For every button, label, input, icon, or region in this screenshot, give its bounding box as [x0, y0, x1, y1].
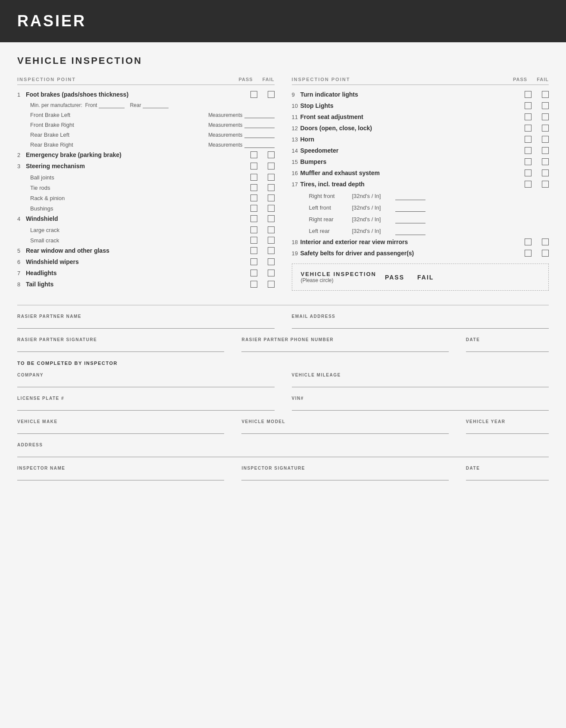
item-4-number: 4: [17, 216, 26, 222]
item-14-checkboxes: [525, 147, 549, 154]
front-brake-right-row: Front Brake Right Measurements: [30, 122, 275, 128]
item-13-pass-checkbox[interactable]: [525, 136, 532, 143]
item-6-checkboxes: [250, 258, 275, 265]
item-11-fail-checkbox[interactable]: [542, 113, 549, 120]
right-fail-label: FAIL: [537, 77, 549, 82]
item-13-label: Horn: [300, 136, 522, 143]
item-8-checkboxes: [250, 281, 275, 288]
item-2-fail-checkbox[interactable]: [268, 151, 275, 158]
item-2-emergency-brake: 2 Emergency brake (parking brake): [17, 151, 275, 158]
item-12-doors: 12 Doors (open, close, lock): [292, 125, 549, 132]
summary-fail-label[interactable]: FAIL: [417, 274, 434, 281]
item-19-number: 19: [292, 250, 300, 257]
item-10-pass-checkbox[interactable]: [525, 102, 532, 109]
item-13-fail-checkbox[interactable]: [542, 136, 549, 143]
large-crack-checkboxes: [250, 226, 275, 233]
ball-joints-fail[interactable]: [268, 174, 275, 181]
vin-field: VIN#: [292, 396, 549, 411]
bushings-fail[interactable]: [268, 205, 275, 212]
item-2-number: 2: [17, 152, 26, 158]
item-5-rear-window: 5 Rear window and other glass: [17, 247, 275, 254]
item-12-label: Doors (open, close, lock): [300, 125, 522, 132]
item-12-pass-checkbox[interactable]: [525, 125, 532, 132]
item-1-fail-checkbox[interactable]: [268, 91, 275, 98]
company-field: COMPANY: [17, 373, 275, 387]
item-19-seatbelts: 19 Safety belts for driver and passenger…: [292, 250, 549, 257]
item-10-fail-checkbox[interactable]: [542, 102, 549, 109]
ball-joints-checkboxes: [250, 174, 275, 181]
item-15-pass-checkbox[interactable]: [525, 158, 532, 165]
small-crack-checkboxes: [250, 237, 275, 244]
item-19-pass-checkbox[interactable]: [525, 250, 532, 257]
form-row-1: RASIER PARTNER NAME EMAIL ADDRESS: [17, 314, 549, 329]
item-2-pass-checkbox[interactable]: [250, 151, 257, 158]
ball-joints-pass[interactable]: [250, 174, 257, 181]
inspector-sig-field: INSPECTOR SIGNATURE: [241, 466, 448, 480]
summary-pass-label[interactable]: PASS: [385, 274, 404, 281]
item-9-label: Turn indicator lights: [300, 91, 522, 98]
email-label: EMAIL ADDRESS: [292, 314, 549, 319]
item-9-fail-checkbox[interactable]: [542, 91, 549, 98]
item-9-pass-checkbox[interactable]: [525, 91, 532, 98]
item-14-pass-checkbox[interactable]: [525, 147, 532, 154]
rear-brake-left-row: Rear Brake Left Measurements: [30, 132, 275, 138]
tie-rods-fail[interactable]: [268, 184, 275, 191]
small-crack-fail[interactable]: [268, 237, 275, 244]
partner-name-field: RASIER PARTNER NAME: [17, 314, 275, 329]
bushings-pass[interactable]: [250, 205, 257, 212]
item-6-pass-checkbox[interactable]: [250, 258, 257, 265]
item-6-fail-checkbox[interactable]: [268, 258, 275, 265]
item-5-pass-checkbox[interactable]: [250, 247, 257, 254]
small-crack-row: Small crack: [30, 237, 275, 244]
form-row-4: LICENSE PLATE # VIN#: [17, 396, 549, 411]
item-16-label: Muffler and exhaust system: [300, 169, 522, 176]
item-18-pass-checkbox[interactable]: [525, 238, 532, 245]
item-8-fail-checkbox[interactable]: [268, 281, 275, 288]
inspector-note: TO BE COMPLETED BY INSPECTOR: [17, 361, 549, 366]
item-9-number: 9: [292, 91, 300, 98]
item-4-pass-checkbox[interactable]: [250, 215, 257, 222]
partner-name-label: RASIER PARTNER NAME: [17, 314, 275, 319]
item-8-pass-checkbox[interactable]: [250, 281, 257, 288]
item-12-fail-checkbox[interactable]: [542, 125, 549, 132]
item-15-fail-checkbox[interactable]: [542, 158, 549, 165]
small-crack-pass[interactable]: [250, 237, 257, 244]
item-4-fail-checkbox[interactable]: [268, 215, 275, 222]
item-17-fail-checkbox[interactable]: [542, 181, 549, 188]
item-8-label: Tail lights: [26, 281, 247, 288]
date-field-1: DATE: [466, 337, 549, 352]
item-3-pass-checkbox[interactable]: [250, 163, 257, 169]
item-1-pass-checkbox[interactable]: [250, 91, 257, 98]
email-field: EMAIL ADDRESS: [292, 314, 549, 329]
item-7-fail-checkbox[interactable]: [268, 270, 275, 276]
item-4-windshield: 4 Windshield: [17, 215, 275, 222]
item-3-checkboxes: [250, 163, 275, 169]
large-crack-pass[interactable]: [250, 226, 257, 233]
item-17-pass-checkbox[interactable]: [525, 181, 532, 188]
item-15-number: 15: [292, 159, 300, 165]
item-1-label: Foot brakes (pads/shoes thickness): [26, 91, 247, 98]
item-19-fail-checkbox[interactable]: [542, 250, 549, 257]
item-11-pass-checkbox[interactable]: [525, 113, 532, 120]
item-7-pass-checkbox[interactable]: [250, 270, 257, 276]
item-11-label: Front seat adjustment: [300, 113, 522, 120]
item-3-fail-checkbox[interactable]: [268, 163, 275, 169]
company-label: COMPANY: [17, 373, 275, 377]
rack-pinion-pass[interactable]: [250, 195, 257, 201]
tie-rods-pass[interactable]: [250, 184, 257, 191]
item-18-mirrors: 18 Interior and exterior rear view mirro…: [292, 238, 549, 245]
item-5-fail-checkbox[interactable]: [268, 247, 275, 254]
make-label: VEHICLE MAKE: [17, 419, 224, 424]
item-7-label: Headlights: [26, 270, 247, 276]
large-crack-fail[interactable]: [268, 226, 275, 233]
form-row-3: COMPANY VEHICLE MILEAGE: [17, 373, 549, 387]
item-16-pass-checkbox[interactable]: [525, 169, 532, 176]
item-10-checkboxes: [525, 102, 549, 109]
rack-pinion-fail[interactable]: [268, 195, 275, 201]
form-row-7: INSPECTOR NAME INSPECTOR SIGNATURE DATE: [17, 466, 549, 480]
inspector-name-label: INSPECTOR NAME: [17, 466, 224, 471]
form-row-2: RASIER PARTNER SIGNATURE RASIER PARTNER …: [17, 337, 549, 352]
item-18-fail-checkbox[interactable]: [542, 238, 549, 245]
item-14-fail-checkbox[interactable]: [542, 147, 549, 154]
item-16-fail-checkbox[interactable]: [542, 169, 549, 176]
